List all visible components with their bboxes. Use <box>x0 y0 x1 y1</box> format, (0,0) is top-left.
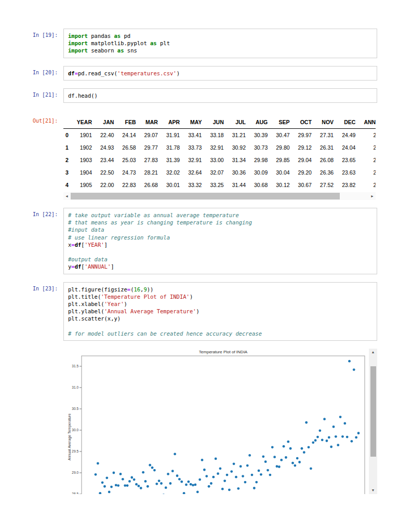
table-cell: 29.97 <box>294 129 316 142</box>
scatter-point <box>251 474 254 476</box>
table-cell: 31.34 <box>228 154 250 166</box>
table-cell: 23.44 <box>96 154 118 166</box>
row-index-cell: 2 <box>63 154 73 166</box>
scatter-point <box>108 491 111 494</box>
table-cell: 29.04 <box>294 154 316 166</box>
scatter-point <box>237 487 240 490</box>
code-line: #input data <box>68 226 373 233</box>
code-input-area[interactable]: df=pd.read_csv('temperatures.csv') <box>63 66 377 81</box>
scatter-point <box>262 456 264 458</box>
scatter-point <box>210 482 212 485</box>
table-cell: 27.83 <box>140 154 162 166</box>
table-cell: 29.07 <box>140 129 162 142</box>
code-line: # that means as year is changing tempera… <box>68 219 373 226</box>
scatter-point <box>110 486 113 488</box>
table-cell: 30.01 <box>162 179 184 191</box>
table-cell: 22.00 <box>96 179 118 191</box>
scatter-point <box>147 485 149 488</box>
input-prompt: In [20]: <box>33 66 63 81</box>
scatter-point <box>178 478 181 481</box>
scroll-up-icon[interactable]: ▲ <box>369 349 377 356</box>
scatter-point <box>126 484 129 487</box>
scroll-down-icon[interactable]: ▼ <box>369 487 377 494</box>
table-header-cell: MAR <box>140 111 162 129</box>
scatter-point <box>240 465 242 468</box>
y-tick-label: 29.0 <box>72 471 78 474</box>
scatter-point <box>165 486 167 489</box>
scatter-point <box>135 483 138 486</box>
scatter-point <box>316 436 319 438</box>
table-cell: 30.39 <box>250 129 272 142</box>
table-cell: 1903 <box>73 154 96 166</box>
table-cell: 22.83 <box>118 179 140 191</box>
table-cell: 26.58 <box>118 141 140 154</box>
table-cell: 25.03 <box>118 154 140 166</box>
vertical-scrollbar[interactable]: ▲ ▼ <box>369 349 377 494</box>
table-cell: 26.36 <box>316 166 338 179</box>
scatter-point <box>321 439 324 442</box>
scatter-point <box>190 483 192 486</box>
table-cell: 29.85 <box>272 154 294 166</box>
table-cell: 28.30 <box>360 179 376 191</box>
table-cell: 30.92 <box>228 141 250 154</box>
scatter-point <box>115 484 117 486</box>
table-cell: 29.98 <box>250 154 272 166</box>
scatter-point <box>248 454 251 457</box>
table-row: 3190422.5024.7328.2132.0232.6432.0730.36… <box>63 166 376 179</box>
code-line: import pandas as pd <box>68 32 373 39</box>
plot-output-prompt-spacer <box>33 349 63 494</box>
scatter-point <box>194 484 197 486</box>
table-cell: 33.00 <box>206 154 228 166</box>
scatter-point <box>305 421 308 424</box>
input-prompt: In [21]: <box>33 88 63 103</box>
code-line: plt.scatter(x,y) <box>68 315 373 322</box>
table-header-cell: FEB <box>118 111 140 129</box>
table-cell: 26.31 <box>316 141 338 154</box>
table-header-cell: APR <box>162 111 184 129</box>
scatter-point <box>246 464 249 467</box>
input-prompt: In [23]: <box>33 282 63 341</box>
table-header-cell: JUN <box>206 111 228 129</box>
y-tick-label: 28.5 <box>72 492 78 494</box>
scatter-point <box>203 469 206 471</box>
scatter-point <box>303 451 305 454</box>
output-prompt: Out[21]: <box>33 111 63 200</box>
scroll-left-icon[interactable]: ◄ <box>63 192 70 200</box>
code-input-area[interactable]: import pandas as pdimport matplotlib.pyp… <box>63 29 377 58</box>
scatter-point <box>264 460 267 463</box>
scatter-point <box>330 446 332 448</box>
code-input-area[interactable]: df.head() <box>63 88 377 103</box>
scatter-point <box>153 469 156 472</box>
scatter-point <box>187 481 190 483</box>
vertical-scroll-thumb[interactable] <box>370 366 376 457</box>
scatter-point <box>215 458 217 460</box>
scatter-point <box>312 441 314 444</box>
scatter-point <box>326 440 328 442</box>
y-tick-label: 31.5 <box>72 364 78 368</box>
table-header-cell: MAY <box>184 111 206 129</box>
table-cell: 29.22 <box>360 141 376 154</box>
code-line: df.head() <box>68 92 373 99</box>
scatter-point <box>253 487 256 489</box>
code-input-area[interactable]: # take output variable as annual average… <box>63 208 377 274</box>
table-cell: 33.18 <box>206 129 228 142</box>
table-cell: 32.07 <box>206 166 228 179</box>
scatter-point <box>128 480 131 483</box>
table-cell: 31.78 <box>162 141 184 154</box>
table-cell: 27.31 <box>316 129 338 142</box>
scatter-point <box>160 482 163 485</box>
scatter-point <box>258 470 260 472</box>
table-cell: 1904 <box>73 166 96 179</box>
scatter-point <box>285 456 287 459</box>
horizontal-scroll-thumb[interactable] <box>71 193 340 200</box>
scatter-point <box>212 476 215 478</box>
scatter-point <box>103 485 106 488</box>
scatter-point <box>133 478 136 481</box>
table-cell: 1901 <box>73 129 96 142</box>
scroll-right-icon[interactable]: ► <box>369 192 376 200</box>
table-row: 0190122.4024.1429.0731.9133.4133.1831.21… <box>63 129 376 142</box>
scatter-point <box>298 461 301 463</box>
table-header-cell: SEP <box>272 111 294 129</box>
horizontal-scrollbar[interactable]: ◄ ► <box>63 192 376 200</box>
code-input-area[interactable]: plt.figure(figsize=(16,9))plt.title('Tem… <box>63 282 377 341</box>
